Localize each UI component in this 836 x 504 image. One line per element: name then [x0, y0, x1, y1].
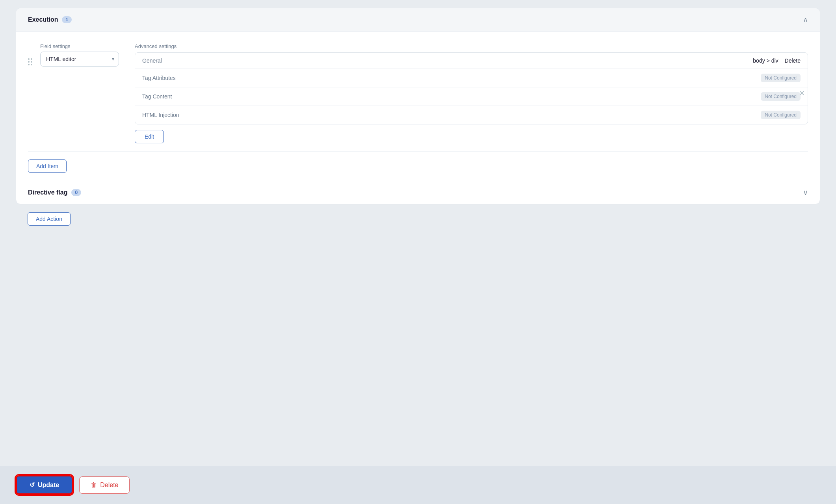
edit-button[interactable]: Edit [135, 130, 164, 143]
execution-section-body: Field settings HTML editor ▾ Advanced se… [16, 32, 820, 181]
trash-icon: 🗑 [91, 482, 97, 489]
execution-section-header[interactable]: Execution 1 ∧ [16, 8, 820, 32]
tag-content-badge: Not Configured [761, 92, 801, 101]
drag-dot-6 [31, 64, 32, 65]
settings-label-tag-content: Tag Content [142, 93, 172, 100]
directive-flag-title: Directive flag 0 [28, 189, 81, 196]
settings-value-general: body > div Delete [753, 57, 801, 64]
field-settings-select-wrapper: HTML editor ▾ [40, 52, 119, 67]
update-button[interactable]: ↺ Update [16, 475, 73, 495]
general-selector-value: body > div [753, 57, 778, 64]
execution-collapse-icon[interactable]: ∧ [803, 15, 808, 24]
tag-attributes-badge: Not Configured [761, 74, 801, 82]
html-injection-badge: Not Configured [761, 111, 801, 119]
directive-section: Directive flag 0 ∨ [16, 181, 820, 204]
advanced-settings-panel: General body > div Delete Tag Attributes… [135, 52, 808, 124]
settings-row-html-injection: HTML Injection Not Configured [135, 106, 808, 124]
general-delete-link[interactable]: Delete [785, 57, 801, 64]
drag-dot-5 [28, 64, 30, 65]
execution-title-text: Execution [28, 16, 58, 23]
settings-label-general: General [142, 57, 162, 64]
execution-badge: 1 [62, 16, 72, 23]
settings-label-html-injection: HTML Injection [142, 112, 179, 118]
field-settings-group: Field settings HTML editor ▾ [40, 43, 119, 67]
directive-flag-badge: 0 [71, 189, 81, 196]
advanced-settings-container: Advanced settings General body > div Del… [135, 43, 808, 143]
delete-button[interactable]: 🗑 Delete [79, 476, 130, 494]
advanced-settings-label: Advanced settings [135, 43, 808, 49]
field-settings-label: Field settings [40, 43, 119, 49]
drag-dot-3 [28, 61, 30, 63]
settings-row-general: General body > div Delete [135, 53, 808, 69]
settings-row-tag-content: Tag Content Not Configured [135, 87, 808, 106]
settings-row-tag-attributes: Tag Attributes Not Configured [135, 69, 808, 87]
divider [28, 151, 808, 152]
update-icon: ↺ [30, 481, 35, 489]
directive-flag-expand-icon[interactable]: ∨ [803, 188, 808, 197]
directive-flag-title-text: Directive flag [28, 189, 67, 196]
directive-flag-header[interactable]: Directive flag 0 ∨ [16, 181, 820, 204]
field-row: Field settings HTML editor ▾ Advanced se… [28, 43, 808, 143]
drag-dot-1 [28, 58, 30, 60]
drag-handle[interactable] [28, 43, 32, 65]
update-label: Update [38, 482, 59, 489]
drag-dot-4 [31, 61, 32, 63]
outer-card: Execution 1 ∧ Field settings [16, 8, 820, 204]
main-content: Execution 1 ∧ Field settings [0, 0, 836, 466]
execution-title: Execution 1 [28, 16, 72, 23]
add-item-button[interactable]: Add Item [28, 159, 67, 173]
field-settings-select[interactable]: HTML editor [40, 52, 119, 67]
add-action-container: Add Action [16, 204, 820, 237]
settings-label-tag-attributes: Tag Attributes [142, 75, 176, 81]
add-action-button[interactable]: Add Action [28, 212, 71, 226]
close-item-button[interactable]: ✕ [796, 87, 808, 99]
footer-bar: ↺ Update 🗑 Delete [0, 466, 836, 504]
delete-label: Delete [100, 482, 118, 489]
drag-dot-2 [31, 58, 32, 60]
